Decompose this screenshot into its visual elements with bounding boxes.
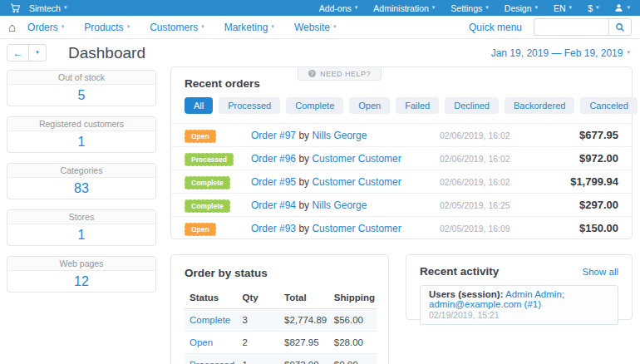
show-all-link[interactable]: Show all <box>583 267 618 277</box>
home-icon[interactable]: ⌂ <box>8 21 16 33</box>
page-title: Dashboard <box>68 44 145 62</box>
topbar-item-design[interactable]: Design▾ <box>505 3 538 13</box>
page-header: ← ▾ Dashboard Jan 19, 2019 — Feb 19, 201… <box>0 39 640 66</box>
filter-failed[interactable]: Failed <box>396 97 439 114</box>
nav-item-customers[interactable]: Customers▾ <box>150 22 204 33</box>
order-row[interactable]: Open Order #93 by Customer Customer 02/0… <box>171 216 632 239</box>
qty-cell: 2 <box>238 332 280 354</box>
column-header: Total <box>279 288 329 309</box>
filter-processed[interactable]: Processed <box>219 97 280 114</box>
filter-declined[interactable]: Declined <box>445 97 499 114</box>
order-date: 02/06/2019, 16:02 <box>440 130 531 140</box>
topbar-user-menu[interactable]: ▾ <box>614 3 630 12</box>
order-date: 02/06/2019, 16:02 <box>440 154 531 164</box>
order-link[interactable]: Order #97 <box>251 130 296 141</box>
column-header: Status <box>185 288 238 309</box>
stat-card-web-pages: Web pages 12 <box>7 256 156 293</box>
order-row[interactable]: Complete Order #94 by Nills George 02/05… <box>171 193 632 216</box>
chevron-down-icon: ▾ <box>596 4 599 10</box>
chevron-down-icon: ▾ <box>627 4 630 10</box>
nav-item-website[interactable]: Website▾ <box>294 22 337 33</box>
topbar-brand-menu[interactable]: Simtech ▾ <box>29 3 66 13</box>
customer-link[interactable]: Nills George <box>312 130 367 141</box>
chevron-down-icon: ▾ <box>201 23 204 29</box>
table-row: Open 2 $827.95 $28.00 <box>185 332 377 354</box>
user-icon <box>614 3 623 12</box>
order-total: $1,799.94 <box>531 175 618 188</box>
shipping-cell: $0.00 <box>329 354 377 364</box>
panel-title: Recent activity <box>420 265 499 278</box>
order-link[interactable]: Order #94 <box>251 199 296 211</box>
stat-value[interactable]: 5 <box>7 85 155 106</box>
table-row: Processed 1 $972.00 $0.00 <box>185 354 377 364</box>
chevron-down-icon: ▾ <box>355 4 358 10</box>
stat-card-out-of-stock: Out of stock 5 <box>7 70 156 106</box>
topbar-item-language[interactable]: EN▾ <box>554 3 572 13</box>
stat-label: Web pages <box>7 257 155 271</box>
chevron-down-icon: ▾ <box>64 4 67 10</box>
brand-label: Simtech <box>29 3 61 13</box>
stat-value[interactable]: 1 <box>7 224 155 245</box>
customer-link[interactable]: Customer Customer <box>312 223 401 234</box>
status-link[interactable]: Processed <box>185 354 238 364</box>
filter-all[interactable]: All <box>185 97 213 114</box>
customer-link[interactable]: Customer Customer <box>312 153 401 165</box>
filter-backordered[interactable]: Backordered <box>505 97 574 114</box>
cart-icon[interactable] <box>10 2 21 13</box>
order-total: $150.00 <box>531 222 618 234</box>
chevron-down-icon: ▾ <box>485 4 489 10</box>
status-badge: Open <box>185 130 216 143</box>
nav-item-marketing[interactable]: Marketing▾ <box>224 22 274 33</box>
order-link[interactable]: Order #93 <box>251 223 296 234</box>
stat-value[interactable]: 1 <box>7 131 155 152</box>
recent-orders-panel: Recent orders All Processed Complete Ope… <box>170 66 633 239</box>
filter-canceled[interactable]: Canceled <box>580 97 637 114</box>
order-link[interactable]: Order #95 <box>251 176 296 188</box>
order-list: Open Order #97 by Nills George 02/06/201… <box>171 123 632 239</box>
question-icon: ? <box>308 70 316 77</box>
customer-link[interactable]: Customer Customer <box>312 176 401 188</box>
order-link[interactable]: Order #96 <box>251 153 296 165</box>
filter-open[interactable]: Open <box>349 97 390 114</box>
date-range-picker[interactable]: Jan 19, 2019 — Feb 19, 2019 ▾ <box>491 47 630 59</box>
order-status-table: Status Qty Total Shipping Complete 3 $2,… <box>185 288 377 364</box>
column-header: Shipping <box>329 288 377 309</box>
total-cell: $2,774.89 <box>279 309 329 332</box>
search-icon <box>615 22 625 32</box>
order-date: 02/05/2019, 16:25 <box>440 200 531 210</box>
order-row[interactable]: Open Order #97 by Nills George 02/06/201… <box>171 123 632 146</box>
table-row: Complete 3 $2,774.89 $56.00 <box>185 309 377 332</box>
stat-value[interactable]: 12 <box>7 271 155 292</box>
qty-cell: 3 <box>238 309 280 332</box>
status-link[interactable]: Open <box>185 332 238 354</box>
back-button[interactable]: ← <box>7 44 29 61</box>
topbar-item-addons[interactable]: Add-ons▾ <box>319 3 358 13</box>
topbar-item-currency[interactable]: $▾ <box>588 3 598 13</box>
search-input[interactable] <box>534 18 608 36</box>
arrow-left-icon: ← <box>13 47 23 59</box>
status-link[interactable]: Complete <box>185 309 238 332</box>
chevron-down-icon: ▾ <box>271 23 274 29</box>
shipping-cell: $56.00 <box>329 309 377 332</box>
status-badge: Open <box>185 223 216 236</box>
order-row[interactable]: Processed Order #96 by Customer Customer… <box>171 146 632 170</box>
nav-item-products[interactable]: Products▾ <box>84 22 130 33</box>
need-help-tab[interactable]: ? NEED HELP? <box>298 67 382 81</box>
status-badge: Processed <box>185 153 234 166</box>
nav-item-orders[interactable]: Orders▾ <box>27 22 64 33</box>
topbar-item-administration[interactable]: Administration▾ <box>373 3 435 13</box>
search-button[interactable] <box>608 18 632 36</box>
stat-label: Categories <box>7 164 155 178</box>
order-row[interactable]: Complete Order #95 by Customer Customer … <box>171 170 632 193</box>
column-header: Qty <box>238 288 280 309</box>
quick-menu-link[interactable]: Quick menu <box>469 22 522 33</box>
stat-value[interactable]: 83 <box>7 178 155 199</box>
stat-card-registered-customers: Registered customers 1 <box>7 116 156 153</box>
filter-complete[interactable]: Complete <box>286 97 343 114</box>
customer-link[interactable]: Nills George <box>312 199 367 211</box>
topbar-item-settings[interactable]: Settings▾ <box>450 3 488 13</box>
chevron-down-icon: ▾ <box>535 4 539 10</box>
back-history-button[interactable]: ▾ <box>29 44 47 61</box>
admin-topbar: Simtech ▾ Add-ons▾ Administration▾ Setti… <box>0 0 640 16</box>
panel-title: Recent orders <box>185 77 618 90</box>
